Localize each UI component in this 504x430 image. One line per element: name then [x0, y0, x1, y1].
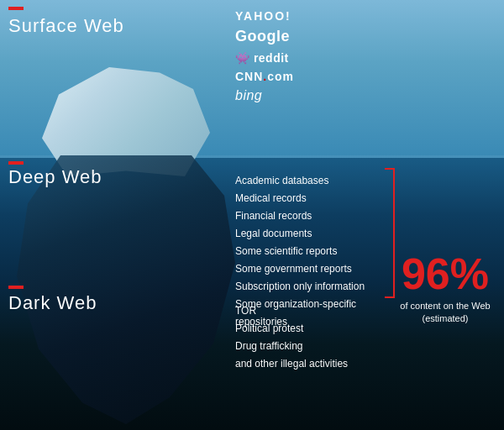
deep-web-bracket — [385, 168, 395, 298]
deep-item-1: Academic databases — [235, 172, 365, 190]
stat-label: of content on the Web (estimated) — [399, 300, 491, 326]
red-accent-deep — [8, 161, 24, 165]
red-accent-dark — [8, 286, 24, 289]
google-logo: Google — [235, 27, 294, 46]
deep-item-4: Legal documents — [235, 225, 365, 243]
deep-item-5: Some scientific reports — [235, 243, 365, 260]
dark-item-3: Drug trafficking — [235, 338, 348, 355]
reddit-logo: 👾 reddit — [235, 50, 294, 66]
iceberg-underwater — [17, 155, 235, 424]
deep-item-7: Subscription only information — [235, 278, 365, 296]
dark-web-label: Dark Web — [8, 292, 97, 314]
dark-item-1: TOR — [235, 302, 348, 320]
deep-item-2: Medical records — [235, 190, 365, 207]
deep-web-label: Deep Web — [8, 166, 102, 188]
deep-item-6: Some government reports — [235, 260, 365, 278]
bing-logo: bing — [235, 87, 294, 105]
yahoo-logo: YAHOO! — [235, 8, 294, 24]
cnn-logo: CNN.com — [235, 69, 294, 84]
red-accent-surface — [8, 7, 24, 10]
dark-web-items: TOR Political protest Drug trafficking a… — [235, 302, 348, 373]
deep-item-3: Financial records — [235, 207, 365, 225]
surface-logos-container: YAHOO! Google 👾 reddit CNN.com bing — [235, 8, 294, 105]
dark-item-4: and other illegal activities — [235, 355, 348, 373]
stat-percent: 96% — [399, 252, 491, 296]
main-container: Surface Web Deep Web Dark Web YAHOO! Goo… — [0, 0, 504, 430]
stat-container: 96% of content on the Web (estimated) — [399, 252, 491, 326]
dark-item-2: Political protest — [235, 320, 348, 338]
surface-web-label: Surface Web — [8, 15, 124, 37]
